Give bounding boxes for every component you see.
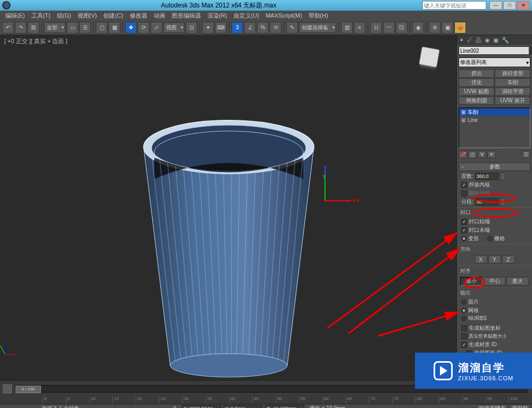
menu-render[interactable]: 渲染(R) (204, 12, 230, 20)
viewcube[interactable] (417, 45, 442, 69)
selection-filter-dropdown[interactable]: 全部 (44, 22, 65, 33)
degrees-input[interactable]: 360.0 (475, 173, 498, 180)
mod-btn-bevel[interactable]: 倒角剖面 (459, 96, 494, 105)
morph-radio[interactable] (461, 236, 467, 241)
select-name-icon[interactable]: ☰ (79, 22, 91, 34)
utilities-tab-icon[interactable]: 🔧 (502, 37, 509, 44)
configure-icon[interactable]: ☰ (522, 151, 530, 158)
time-slider-handle[interactable]: 0 / 100 (15, 386, 41, 393)
grid-radio[interactable] (487, 236, 493, 241)
segments-spinner[interactable] (500, 198, 505, 206)
render-setup-icon[interactable]: ⚙ (429, 22, 440, 34)
scale-icon[interactable]: ⤢ (151, 22, 162, 34)
rotate-icon[interactable]: ⟳ (138, 22, 149, 34)
weld-core-checkbox[interactable]: ✓ (461, 182, 467, 188)
mod-btn-extrude[interactable]: 挤出 (459, 69, 494, 78)
gen-coords-checkbox[interactable] (461, 325, 467, 331)
dir-x-button[interactable]: X (475, 255, 487, 264)
time-ruler[interactable]: 05 1015 2025 3035 4045 5055 6065 7075 80… (0, 396, 532, 404)
motion-tab-icon[interactable]: ◉ (485, 37, 490, 44)
menu-edit[interactable]: 编辑(E) (2, 12, 28, 20)
timeline-toggle-icon[interactable] (2, 383, 13, 394)
mod-btn-uvwmap[interactable]: UVW 贴图 (459, 87, 494, 96)
rollout-params[interactable]: 参数 (459, 162, 530, 171)
mod-btn-optimize[interactable]: 优化 (459, 78, 494, 87)
create-tab-icon[interactable]: ✦ (459, 37, 464, 44)
percent-snap-icon[interactable]: % (257, 22, 269, 34)
display-tab-icon[interactable]: ▣ (493, 37, 498, 44)
menu-customize[interactable]: 自定义(U) (230, 12, 262, 20)
remove-mod-icon[interactable]: ✕ (487, 151, 496, 158)
viewport-label[interactable]: [ +0 正交 ][ 真实 + 边面 ] (4, 37, 68, 45)
object-name-input[interactable] (459, 46, 529, 55)
modifier-list-dropdown[interactable]: 修改器列表 (459, 58, 530, 67)
editsel-icon[interactable]: ✎ (286, 22, 298, 34)
patch-radio[interactable] (461, 299, 467, 305)
unique-icon[interactable]: ∀ (478, 151, 486, 158)
pin-stack-icon[interactable]: 📌 (459, 151, 467, 158)
snap-toggle-icon[interactable]: 3 (231, 22, 243, 34)
keyboard-icon[interactable]: ⌨ (215, 22, 227, 34)
manipulate-icon[interactable]: ✦ (202, 22, 214, 34)
move-gizmo[interactable]: x (314, 179, 356, 222)
maximize-button[interactable]: □ (503, 1, 516, 10)
select-rect-icon[interactable]: ▢ (96, 22, 107, 34)
viewport[interactable]: [ +0 正交 ][ 真实 + 边面 ] (0, 35, 456, 380)
coord-x-input[interactable] (182, 405, 221, 408)
undo-icon[interactable]: ↶ (2, 22, 14, 34)
dir-y-button[interactable]: Y (488, 255, 501, 264)
segments-input[interactable]: 50 (475, 198, 498, 206)
redo-icon[interactable]: ↷ (15, 22, 27, 34)
angle-snap-icon[interactable]: ∠ (244, 22, 256, 34)
show-result-icon[interactable]: ◫ (468, 151, 477, 158)
rendered-frame-icon[interactable]: ▣ (442, 22, 453, 34)
menu-maxscript[interactable]: MAXScript(M) (262, 12, 305, 19)
object-color-swatch[interactable] (530, 46, 531, 55)
material-editor-icon[interactable]: ◉ (412, 22, 424, 34)
close-button[interactable]: ✕ (517, 1, 530, 10)
degrees-spinner[interactable] (500, 173, 505, 180)
menu-modifiers[interactable]: 修改器 (127, 12, 151, 20)
nurbs-radio[interactable] (461, 316, 467, 321)
align-max-button[interactable]: 最大 (506, 277, 529, 285)
stack-item-lathe[interactable]: ⊞车削 (459, 108, 530, 116)
coord-z-input[interactable] (265, 405, 304, 408)
window-crossing-icon[interactable]: ▦ (109, 22, 120, 34)
real-world-checkbox[interactable] (461, 333, 467, 339)
menu-grapheditor[interactable]: 图形编辑器 (169, 12, 204, 20)
mod-btn-lathe[interactable]: 车削 (495, 78, 530, 87)
menu-create[interactable]: 创建(C) (100, 12, 126, 20)
cup-model[interactable]: x (128, 104, 330, 381)
align-min-button[interactable]: 最小 (460, 277, 483, 285)
menu-tools[interactable]: 工具(T) (28, 12, 54, 20)
mod-btn-turbosmooth[interactable]: 涡轮平滑 (495, 87, 530, 96)
coord-y-input[interactable] (223, 405, 263, 408)
select-icon[interactable]: ▭ (66, 22, 78, 34)
modify-tab-icon[interactable]: ☄ (467, 37, 472, 44)
spinner-snap-icon[interactable]: ⟲ (270, 22, 281, 34)
pivot-icon[interactable]: ⊡ (186, 22, 197, 34)
stack-item-line[interactable]: ⊞Line (459, 116, 530, 124)
cap-start-checkbox[interactable]: ✓ (461, 219, 467, 225)
refcoord-dropdown[interactable]: 视图 (163, 22, 185, 33)
render-icon[interactable]: 🫖 (454, 22, 466, 34)
modifier-stack[interactable]: ⊞车削 ⊞Line (459, 108, 530, 148)
align-center-button[interactable]: 中心 (484, 277, 506, 285)
hierarchy-tab-icon[interactable]: 品 (476, 36, 481, 44)
curve-editor-icon[interactable]: 〰 (383, 22, 395, 34)
gen-matid-checkbox[interactable]: ✓ (461, 342, 467, 348)
menu-group[interactable]: 组(G) (54, 12, 74, 20)
mod-btn-pathdeform[interactable]: 路径变形 (495, 69, 530, 78)
schematic-icon[interactable]: ⿻ (396, 22, 408, 34)
move-icon[interactable]: ✥ (125, 22, 137, 34)
minimize-button[interactable]: — (489, 1, 502, 10)
autokey-button[interactable]: 自动关键点 (477, 404, 508, 408)
mesh-radio[interactable] (461, 308, 467, 313)
help-search-input[interactable] (422, 1, 486, 10)
dir-z-button[interactable]: Z (502, 255, 515, 264)
layer-icon[interactable]: ☷ (370, 22, 382, 34)
cap-end-checkbox[interactable]: ✓ (461, 227, 467, 233)
maxscript-mini[interactable] (0, 405, 39, 409)
flip-normals-checkbox[interactable] (461, 191, 467, 197)
selected-button[interactable]: 选定对 (510, 404, 530, 408)
